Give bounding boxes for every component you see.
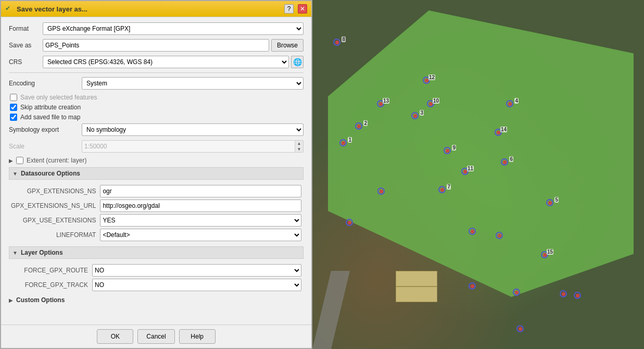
scale-down-button[interactable]: ▼ <box>295 146 303 152</box>
map-point-1[interactable]: 1 <box>338 138 348 147</box>
encoding-select-wrapper: System <box>82 77 304 90</box>
help-button[interactable]: Help <box>179 329 216 344</box>
force-gpx-route-row: FORCE_GPX_ROUTE NO <box>9 263 304 278</box>
map-point-2[interactable]: 2 <box>354 121 363 131</box>
map-point-11[interactable]: 11 <box>460 167 470 176</box>
map-point-14[interactable]: 14 <box>494 128 503 137</box>
map-point-extra5[interactable] <box>559 289 568 298</box>
force-gpx-route-select[interactable]: NO <box>92 264 301 277</box>
gpx-ext-ns-row: GPX_EXTENSIONS_NS <box>9 184 304 198</box>
gpx-use-ext-row: GPX_USE_EXTENSIONS YES <box>9 213 304 228</box>
layer-header[interactable]: ▼ Layer Options <box>9 246 304 259</box>
datasource-arrow-icon: ▼ <box>12 171 18 177</box>
extent-arrow-icon: ▶ <box>9 158 13 164</box>
skip-attr-checkbox[interactable] <box>10 104 17 111</box>
map-point-extra4[interactable] <box>512 288 521 297</box>
dialog-body: Format GPS eXchange Format [GPX] Save as… <box>1 17 311 325</box>
map-point-extra8[interactable] <box>345 218 354 227</box>
map-point-12[interactable]: 12 <box>422 76 431 85</box>
divider-1 <box>9 72 304 73</box>
map-point-10[interactable]: 10 <box>426 99 435 108</box>
crs-globe-button[interactable]: 🌐 <box>291 56 304 68</box>
format-label: Format <box>9 25 43 32</box>
building-1 <box>396 271 437 286</box>
add-saved-row: Add saved file to map <box>9 114 304 121</box>
force-gpx-track-row: FORCE_GPX_TRACK NO <box>9 278 304 292</box>
format-select[interactable]: GPS eXchange Format [GPX] <box>43 22 304 35</box>
lineformat-key: LINEFORMAT <box>9 228 100 242</box>
map-point-extra3[interactable] <box>495 231 504 240</box>
force-gpx-route-val-cell: NO <box>92 263 304 278</box>
building-2 <box>396 286 437 302</box>
gpx-ext-ns-val-cell <box>100 184 304 198</box>
titlebar-left: ✔ Save vector layer as... <box>5 5 87 13</box>
format-row: Format GPS eXchange Format [GPX] <box>9 22 304 35</box>
map-point-extra7[interactable] <box>515 324 525 333</box>
save-as-label: Save as <box>9 42 43 49</box>
datasource-header[interactable]: ▼ Datasource Options <box>9 167 304 180</box>
save-selected-checkbox[interactable] <box>10 94 17 101</box>
map-point-extra9[interactable] <box>468 281 477 291</box>
layer-table: FORCE_GPX_ROUTE NO FORCE_GPX_TRACK NO <box>9 263 304 292</box>
map-point-7[interactable]: 7 <box>437 185 447 194</box>
map-area: 1 2 3 4 5 6 7 <box>312 0 644 349</box>
force-gpx-track-key: FORCE_GPX_TRACK <box>9 278 92 292</box>
map-point-13[interactable]: 13 <box>376 99 385 108</box>
dialog-title: Save vector layer as... <box>17 5 87 13</box>
save-as-input[interactable] <box>43 39 269 52</box>
map-point-extra1[interactable] <box>376 186 386 196</box>
scale-row: Scale ▲ ▼ <box>9 140 304 153</box>
custom-header[interactable]: ▶ Custom Options <box>9 296 304 304</box>
gpx-ext-ns-input[interactable] <box>100 185 301 197</box>
scale-spinner: ▲ ▼ <box>295 140 304 153</box>
titlebar-right: ? ✕ <box>284 4 307 14</box>
gpx-ext-ns-url-val-cell <box>100 198 304 213</box>
close-button[interactable]: ✕ <box>298 4 307 14</box>
cancel-button[interactable]: Cancel <box>137 329 174 344</box>
lineformat-select[interactable]: <Default> <box>100 229 301 241</box>
symbology-row: Symbology export No symbology <box>9 123 304 136</box>
map-background: 1 2 3 4 5 6 7 <box>312 0 644 349</box>
skip-attr-row: Skip attribute creation <box>9 104 304 111</box>
force-gpx-track-val-cell: NO <box>92 278 304 292</box>
save-as-row: Save as Browse <box>9 39 304 52</box>
map-point-5[interactable]: 5 <box>545 198 554 207</box>
custom-section: ▶ Custom Options <box>9 296 304 304</box>
scale-up-button[interactable]: ▲ <box>295 141 303 146</box>
format-select-wrapper: GPS eXchange Format [GPX] <box>43 22 304 35</box>
add-saved-checkbox[interactable] <box>10 114 17 121</box>
map-point-15[interactable]: 15 <box>540 250 549 259</box>
map-point-extra6[interactable] <box>573 291 582 300</box>
map-point-extra2[interactable] <box>468 227 477 236</box>
qgis-icon: ✔ <box>5 5 14 13</box>
map-point-6[interactable]: 6 <box>500 157 509 167</box>
save-selected-label: Save only selected features <box>20 94 97 101</box>
save-as-input-group: Browse <box>43 39 304 52</box>
symbology-label: Symbology export <box>9 126 82 133</box>
gpx-use-ext-val-cell: YES <box>100 213 304 228</box>
help-title-button[interactable]: ? <box>284 4 294 14</box>
layer-section: ▼ Layer Options FORCE_GPX_ROUTE NO FORCE… <box>9 246 304 292</box>
extent-checkbox[interactable] <box>16 157 23 164</box>
scale-input[interactable] <box>82 140 295 153</box>
gpx-ext-ns-url-key: GPX_EXTENSIONS_NS_URL <box>9 198 100 213</box>
map-point-9[interactable]: 9 <box>443 146 452 155</box>
encoding-select[interactable]: System <box>82 77 304 90</box>
map-point-4[interactable]: 4 <box>505 99 514 108</box>
extent-header[interactable]: ▶ Extent (current: layer) <box>9 157 304 164</box>
ok-button[interactable]: OK <box>97 329 133 344</box>
force-gpx-route-key: FORCE_GPX_ROUTE <box>9 263 92 278</box>
crs-label: CRS <box>9 58 43 66</box>
datasource-table: GPX_EXTENSIONS_NS GPX_EXTENSIONS_NS_URL … <box>9 184 304 242</box>
symbology-select[interactable]: No symbology <box>82 123 304 136</box>
map-point-3[interactable]: 3 <box>410 111 420 120</box>
crs-select[interactable]: Selected CRS (EPSG:4326, WGS 84) <box>43 56 289 68</box>
gpx-use-ext-select[interactable]: YES <box>100 214 301 227</box>
datasource-section: ▼ Datasource Options GPX_EXTENSIONS_NS G… <box>9 167 304 242</box>
layer-title: Layer Options <box>21 249 63 256</box>
gpx-ext-ns-url-input[interactable] <box>100 200 301 212</box>
force-gpx-track-select[interactable]: NO <box>92 279 301 291</box>
map-point-8[interactable]: 8 <box>332 38 342 47</box>
lineformat-val-cell: <Default> <box>100 228 304 242</box>
browse-button[interactable]: Browse <box>271 39 304 52</box>
